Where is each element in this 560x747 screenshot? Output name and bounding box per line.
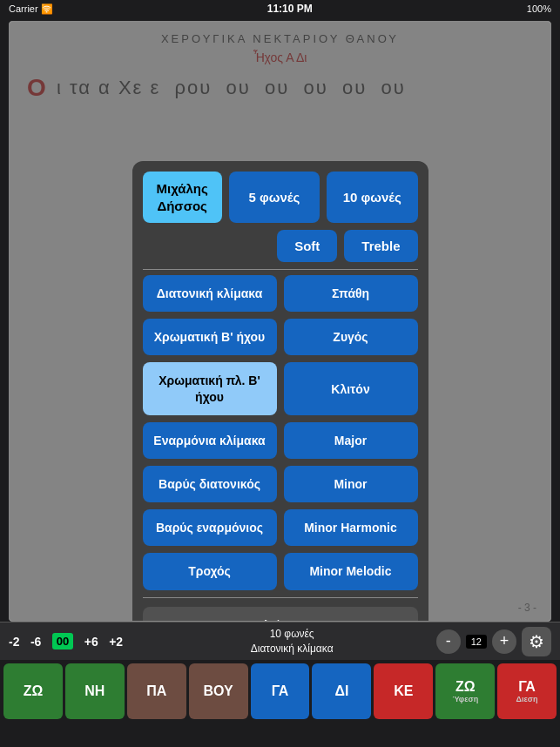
minor-button[interactable]: Minor <box>284 466 418 502</box>
modal-divider <box>143 269 418 270</box>
status-bar: Carrier 🛜 11:10 PM 100% <box>0 0 560 17</box>
num-minus6: -6 <box>30 635 41 649</box>
key-zo-1[interactable]: ΖΩ <box>3 663 63 719</box>
scale-row-3: Χρωματική πλ. Β' ήχου Κλιτόν <box>143 362 418 414</box>
page-area: ΧΕΡΟΥΓΙΚΑ ΝΕΚΤΑΡΙΟΥ ΘΑΝΟΥ Ἦχος Α Δι Ο ι … <box>9 21 551 622</box>
chromatic-b-button[interactable]: Χρωματική Β' ήχου <box>143 319 277 355</box>
varys-diatonikos-button[interactable]: Βαρύς διατονικός <box>143 466 277 502</box>
minor-melodic-button[interactable]: Minor Melodic <box>284 553 418 589</box>
scale-row-2: Χρωματική Β' ήχου Ζυγός <box>143 319 418 355</box>
carrier-status: Carrier 🛜 <box>9 3 53 15</box>
key-ni[interactable]: ΝΗ <box>65 663 125 719</box>
kliton-button[interactable]: Κλιτόν <box>284 362 418 414</box>
enarmonia-button[interactable]: Εναρμόνια κλίμακα <box>143 422 277 459</box>
bottom-toolbar: -2 -6 00 +6 +2 10 φωνές Διατονική κλίμακ… <box>0 622 560 660</box>
diatonic-scale-button[interactable]: Διατονική κλίμακα <box>143 275 277 312</box>
key-ke[interactable]: ΚΕ <box>374 663 433 719</box>
scale-row-1: Διατονική κλίμακα Σπάθη <box>143 275 418 312</box>
key-ga-1[interactable]: ΓΑ <box>251 663 310 719</box>
scale-row-6: Βαρύς εναρμόνιος Minor Harmonic <box>143 509 418 546</box>
toolbar-line1: 10 φωνές <box>153 627 431 642</box>
settings-button[interactable]: ⚙ <box>522 627 551 656</box>
key-ga-2-diesi[interactable]: ΓΑΔιεση <box>497 663 557 719</box>
10-fones-button[interactable]: 10 φωνές <box>327 172 417 223</box>
scale-row-7: Τροχός Minor Melodic <box>143 553 418 589</box>
key-vou[interactable]: ΒΟΥ <box>189 663 248 719</box>
5-fones-button[interactable]: 5 φωνές <box>229 172 320 223</box>
plus-button[interactable]: + <box>492 629 516 654</box>
battery-status: 100% <box>527 3 551 14</box>
chromatic-pl-b-button[interactable]: Χρωματική πλ. Β' ήχου <box>143 362 277 414</box>
close-button[interactable]: Κλείσιμο <box>143 607 418 622</box>
modal-divider-2 <box>143 597 418 598</box>
scale-picker-modal: ΜιχάληςΔήσσος 5 φωνές 10 φωνές Soft Treb… <box>132 161 428 622</box>
key-pa[interactable]: ΠΑ <box>127 663 186 719</box>
scale-row-5: Βαρύς διατονικός Minor <box>143 466 418 502</box>
toolbar-numbers: -2 -6 00 +6 +2 <box>9 633 148 649</box>
toolbar-center: 10 φωνές Διατονική κλίμακα <box>153 627 431 656</box>
zygos-button[interactable]: Ζυγός <box>284 319 418 355</box>
modal-overlay: ΜιχάληςΔήσσος 5 φωνές 10 φωνές Soft Treb… <box>10 22 550 621</box>
num-display: 12 <box>466 635 487 649</box>
key-di[interactable]: ΔΙ <box>312 663 371 719</box>
treble-button[interactable]: Treble <box>344 230 417 262</box>
scale-row-4: Εναρμόνια κλίμακα Major <box>143 422 418 459</box>
minus-button[interactable]: - <box>436 629 461 654</box>
key-zo-2-yfesi[interactable]: ΖΩΎφεση <box>435 663 495 719</box>
soft-button[interactable]: Soft <box>277 230 337 262</box>
toolbar-line2: Διατονική κλίμακα <box>153 642 431 656</box>
modal-second-row: Soft Treble <box>143 230 418 262</box>
michalis-button[interactable]: ΜιχάληςΔήσσος <box>143 172 222 223</box>
num-minus2: -2 <box>9 635 19 649</box>
spathi-button[interactable]: Σπάθη <box>284 275 418 312</box>
minor-harmonic-button[interactable]: Minor Harmonic <box>284 509 418 546</box>
num-zero: 00 <box>52 633 73 649</box>
key-buttons-row: ΖΩ ΝΗ ΠΑ ΒΟΥ ΓΑ ΔΙ ΚΕ ΖΩΎφεση ΓΑΔιεση <box>0 660 560 723</box>
time-display: 11:10 PM <box>267 3 313 15</box>
modal-top-row: ΜιχάληςΔήσσος 5 φωνές 10 φωνές <box>143 172 418 223</box>
toolbar-right: - 12 + ⚙ <box>436 627 551 656</box>
num-plus2: +2 <box>109 635 123 649</box>
trochos-button[interactable]: Τροχός <box>143 553 277 589</box>
varys-enarmonios-button[interactable]: Βαρύς εναρμόνιος <box>143 509 277 546</box>
major-button[interactable]: Major <box>284 422 418 459</box>
page-number: - 3 - <box>518 602 536 614</box>
num-plus6: +6 <box>84 635 98 649</box>
